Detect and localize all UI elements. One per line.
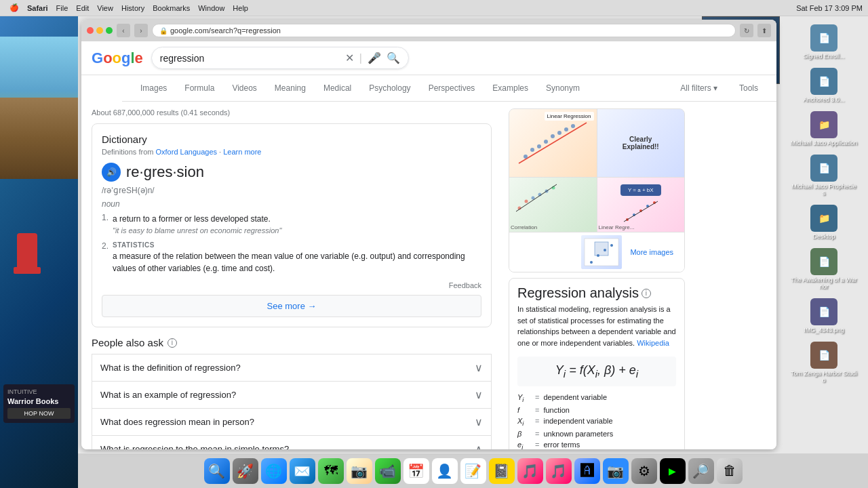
dock-zoom[interactable]: 📷 xyxy=(603,458,629,484)
address-bar[interactable]: 🔒 google.com/search?q=regression xyxy=(152,24,736,37)
var-f: f = function xyxy=(509,405,684,415)
file-menu[interactable]: File xyxy=(52,4,73,12)
share-button[interactable]: ⬆ xyxy=(757,24,771,37)
oxford-link[interactable]: Oxford Languages xyxy=(155,148,217,156)
desktop-icon-8[interactable]: 📄 Tom Zenga Harbor Studio xyxy=(783,339,865,386)
app-name[interactable]: Safari xyxy=(23,4,52,12)
desktop-icon-7[interactable]: 📄 IMG_4343.png xyxy=(783,296,865,336)
tab-formula[interactable]: Formula xyxy=(176,79,222,97)
image-4[interactable]: Y = a + bX xyxy=(597,178,685,232)
tab-perspectives[interactable]: Perspectives xyxy=(420,79,484,97)
tab-examples[interactable]: Examples xyxy=(484,79,536,97)
desktop-icon-5[interactable]: 📁 Desktop xyxy=(783,202,865,243)
see-more-button[interactable]: See more → xyxy=(102,295,481,317)
tools-button[interactable]: Tools xyxy=(731,79,766,97)
paa-question-3[interactable]: What does regression mean in person? ∨ xyxy=(92,409,491,435)
dock-appstore[interactable]: 🅰 xyxy=(574,458,600,484)
dock-reminders[interactable]: 📝 xyxy=(460,458,486,484)
wikipedia-link[interactable]: Wikipedia xyxy=(637,339,669,347)
tab-synonym[interactable]: Synonym xyxy=(538,79,588,97)
all-filters-button[interactable]: All filters ▾ xyxy=(672,79,726,97)
dock-finder[interactable]: 🔍 xyxy=(204,458,230,484)
var-yi: Yi = dependent variable xyxy=(509,392,684,405)
bookmarks-menu[interactable]: Bookmarks xyxy=(149,4,194,12)
refresh-button[interactable]: ↻ xyxy=(740,24,753,37)
equation-visual: Y = a + bX xyxy=(620,184,661,225)
search-input[interactable] xyxy=(160,53,340,64)
desktop-icon-3[interactable]: 📁 Michael Jaco Application xyxy=(783,108,865,149)
knowledge-panel: Regression analysis i In statistical mod… xyxy=(509,278,685,449)
dock-notes[interactable]: 📓 xyxy=(489,458,515,484)
search-clear-button[interactable]: ✕ xyxy=(345,52,354,64)
paa-question-4[interactable]: What is regression to the mean in simple… xyxy=(92,436,491,449)
icon-label-1: Signed Enroll... xyxy=(803,53,844,60)
dock-search[interactable]: 🔎 xyxy=(688,458,714,484)
tab-medical[interactable]: Medical xyxy=(315,79,359,97)
paa-question-2[interactable]: What is an example of regression? ∨ xyxy=(92,382,491,408)
image-2[interactable]: Clearly Explained!! xyxy=(597,109,685,177)
paa-q4-text: What is regression to the mean in simple… xyxy=(100,444,289,449)
apple-menu[interactable]: 🍎 xyxy=(5,3,23,12)
formula-display: Yi = f(Xi, β) + ei xyxy=(524,363,669,380)
filter-tabs: Images Formula Videos Meaning Medical Ps… xyxy=(122,75,776,102)
word-entry: 🔊 re·gres·sion xyxy=(102,163,481,182)
var-beta: β = unknown parameters xyxy=(509,428,684,439)
icon-label-5: Desktop xyxy=(812,233,835,240)
dock-safari[interactable]: 🌐 xyxy=(261,458,287,484)
search-submit-button[interactable]: 🔍 xyxy=(387,52,400,64)
more-images-text: More images xyxy=(630,248,673,256)
fullscreen-window-button[interactable] xyxy=(106,27,113,34)
desktop-icon-1[interactable]: 📄 Signed Enroll... xyxy=(783,22,865,62)
desktop-icon-2[interactable]: 📄 Anchored 3.0... xyxy=(783,65,865,106)
dock-settings[interactable]: ⚙ xyxy=(631,458,657,484)
search-box[interactable]: ✕ | 🎤 🔍 xyxy=(151,47,409,69)
definition-1: a return to a former or less developed s… xyxy=(102,213,481,235)
dock-terminal[interactable]: ▶ xyxy=(660,458,686,484)
dock-trash[interactable]: 🗑 xyxy=(717,458,743,484)
minimize-window-button[interactable] xyxy=(96,27,103,34)
svg-point-10 xyxy=(525,200,528,203)
back-button[interactable]: ‹ xyxy=(117,24,130,37)
paa-question-1[interactable]: What is the definition of regression? ∨ xyxy=(92,354,491,381)
learn-more-link[interactable]: Learn more xyxy=(223,148,261,156)
audio-button[interactable]: 🔊 xyxy=(102,163,121,182)
more-images-button[interactable]: More images xyxy=(625,245,679,259)
shop-now-button[interactable]: HOP NOW xyxy=(7,408,71,419)
image-3[interactable]: Correlation xyxy=(509,178,597,232)
dock-itunes[interactable]: 🎵 xyxy=(546,458,572,484)
voice-search-button[interactable]: 🎤 xyxy=(368,52,381,64)
tab-psychology[interactable]: Psychology xyxy=(361,79,418,97)
dock-maps[interactable]: 🗺 xyxy=(318,458,344,484)
dock-photos[interactable]: 📷 xyxy=(347,458,372,484)
more-images-row: More images xyxy=(509,232,684,272)
paa-item-4: What is regression to the mean in simple… xyxy=(92,435,492,449)
feedback-link[interactable]: Feedback xyxy=(102,281,481,289)
help-menu[interactable]: Help xyxy=(229,4,252,12)
var-ei: ei = error terms xyxy=(509,439,684,449)
dock-contacts[interactable]: 👤 xyxy=(432,458,458,484)
tab-images[interactable]: Images xyxy=(132,79,175,97)
var-desc-beta: unknown parameters xyxy=(543,430,613,438)
tab-meaning[interactable]: Meaning xyxy=(267,79,314,97)
part-of-speech: noun xyxy=(102,199,481,209)
tab-videos[interactable]: Videos xyxy=(224,79,264,97)
people-also-ask: People also ask i What is the definition… xyxy=(92,337,492,449)
history-menu[interactable]: History xyxy=(117,4,149,12)
image-5-thumb[interactable] xyxy=(581,235,622,269)
dock-launchpad[interactable]: 🚀 xyxy=(233,458,258,484)
close-window-button[interactable] xyxy=(87,27,94,34)
desktop-icon-4[interactable]: 📄 Michael Jaco Prophecies xyxy=(783,152,865,199)
dock-music[interactable]: 🎵 xyxy=(517,458,543,484)
macos-dock: 🔍 🚀 🌐 ✉️ 🗺 📷 📹 📅 👤 📝 📓 🎵 🎵 🅰 📷 ⚙ ▶ 🔎 🗑 xyxy=(78,453,868,488)
edit-menu[interactable]: Edit xyxy=(72,4,93,12)
forward-button[interactable]: › xyxy=(134,24,148,37)
view-menu[interactable]: View xyxy=(93,4,117,12)
dock-mail[interactable]: ✉️ xyxy=(290,458,315,484)
dock-calendar[interactable]: 📅 xyxy=(403,458,429,484)
desktop-icon-6[interactable]: 📄 The Awakening of a Warrior xyxy=(783,245,865,293)
url-text: google.com/search?q=regression xyxy=(170,26,728,35)
image-2-text: Clearly Explained!! xyxy=(620,133,662,153)
window-menu[interactable]: Window xyxy=(194,4,229,12)
dock-facetime[interactable]: 📹 xyxy=(375,458,401,484)
image-1[interactable]: Linear Regression xyxy=(509,109,597,177)
